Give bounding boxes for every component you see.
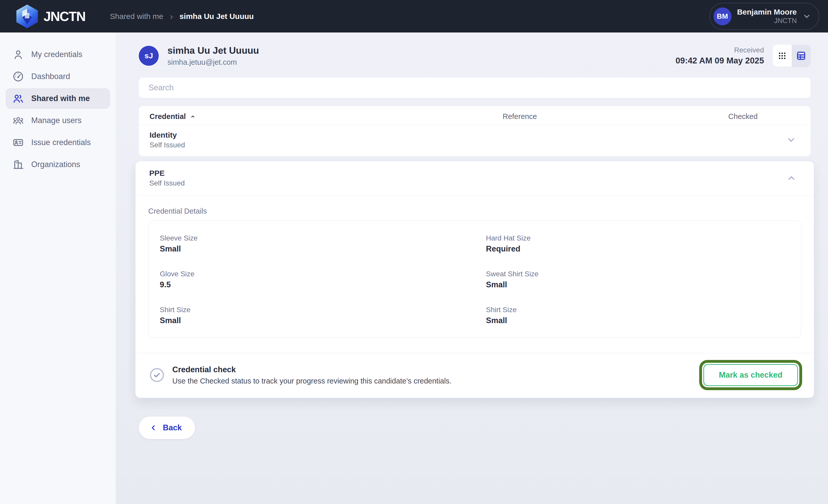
brand-logo[interactable]: JNCTN xyxy=(16,4,85,29)
chevron-up-icon xyxy=(786,173,796,183)
top-bar: JNCTN Shared with me › simha Uu Jet Uuuu… xyxy=(0,0,828,33)
candidate-avatar: sJ xyxy=(139,46,159,66)
check-circle-icon xyxy=(149,367,165,383)
column-header-credential[interactable]: Credential xyxy=(150,112,503,121)
user-org: JNCTN xyxy=(737,17,797,25)
credential-title: Identity xyxy=(150,131,185,139)
received-label: Received xyxy=(676,46,764,54)
people-icon xyxy=(12,93,24,104)
expanded-credential-card: PPE Self Issued Credential Details Sleev… xyxy=(135,161,814,398)
sidebar-item-label: My credentials xyxy=(31,50,82,59)
view-toggle xyxy=(773,45,811,67)
detail-field-shirt-size-2: Shirt Size Small xyxy=(475,306,801,325)
table-view-icon xyxy=(796,50,806,61)
app-root: JNCTN Shared with me › simha Uu Jet Uuuu… xyxy=(0,0,828,504)
table-header: Credential Reference Checked xyxy=(139,106,811,125)
detail-field-glove-size: Glove Size 9.5 xyxy=(149,270,475,289)
credential-title: PPE xyxy=(149,169,185,178)
chevron-left-icon xyxy=(150,424,158,432)
page-title: simha Uu Jet Uuuuu xyxy=(167,45,259,56)
brand-name: JNCTN xyxy=(44,9,85,24)
person-icon xyxy=(12,49,24,60)
gauge-icon xyxy=(12,71,24,82)
back-button[interactable]: Back xyxy=(139,416,195,439)
credential-details-card: Sleeve Size Small Hard Hat Size Required… xyxy=(148,221,801,338)
credential-check-title: Credential check xyxy=(172,365,452,374)
candidate-header: sJ simha Uu Jet Uuuuu simha.jetuu@jet.co… xyxy=(139,45,811,67)
sidebar-item-manage-users[interactable]: Manage users xyxy=(6,110,110,131)
chevron-down-icon xyxy=(786,135,796,145)
sidebar-item-my-credentials[interactable]: My credentials xyxy=(6,44,110,65)
building-icon xyxy=(12,158,24,170)
search-bar xyxy=(139,78,811,98)
back-label: Back xyxy=(163,423,182,432)
credential-check-section: Credential check Use the Checked status … xyxy=(135,353,814,398)
breadcrumb-separator: › xyxy=(170,11,173,21)
sidebar-item-issue-credentials[interactable]: Issue credentials xyxy=(6,132,110,153)
candidate-email: simha.jetuu@jet.com xyxy=(167,58,259,66)
sidebar: My credentials Dashboard Shared with me … xyxy=(0,33,116,504)
breadcrumb-parent-link[interactable]: Shared with me xyxy=(110,12,163,21)
sidebar-item-shared-with-me[interactable]: Shared with me xyxy=(6,88,110,109)
credential-details-label: Credential Details xyxy=(148,207,801,216)
table-row-ppe[interactable]: PPE Self Issued xyxy=(135,161,814,196)
sidebar-item-label: Shared with me xyxy=(31,94,90,103)
sidebar-item-label: Manage users xyxy=(31,116,81,125)
sort-ascending-icon xyxy=(190,114,196,120)
jnctn-hexagon-icon xyxy=(16,4,38,29)
sidebar-item-label: Issue credentials xyxy=(31,138,91,147)
mark-as-checked-button[interactable]: Mark as checked xyxy=(703,364,798,386)
detail-field-shirt-size-1: Shirt Size Small xyxy=(149,306,475,325)
credential-details-section: Credential Details Sleeve Size Small Har… xyxy=(135,196,814,353)
sidebar-item-label: Dashboard xyxy=(31,72,70,81)
id-card-icon xyxy=(12,137,24,148)
table-row-identity[interactable]: Identity Self Issued xyxy=(139,125,811,156)
highlight-ring: Mark as checked xyxy=(699,360,802,390)
user-menu-button[interactable]: BM Benjamin Moore JNCTN xyxy=(709,3,819,30)
credential-check-description: Use the Checked status to track your pro… xyxy=(172,377,452,385)
users-group-icon xyxy=(12,114,24,126)
sidebar-item-label: Organizations xyxy=(31,160,80,169)
chevron-down-icon xyxy=(802,12,811,21)
breadcrumb-current: simha Uu Jet Uuuuu xyxy=(179,12,254,21)
column-header-reference: Reference xyxy=(503,112,728,121)
user-name: Benjamin Moore xyxy=(737,8,797,17)
user-avatar: BM xyxy=(713,7,732,25)
grid-view-icon xyxy=(777,51,787,61)
grid-view-button[interactable] xyxy=(773,45,792,67)
credential-subtitle: Self Issued xyxy=(150,141,185,149)
search-input[interactable] xyxy=(149,83,801,92)
sidebar-item-dashboard[interactable]: Dashboard xyxy=(6,66,110,87)
received-timestamp: 09:42 AM 09 May 2025 xyxy=(676,56,764,65)
table-view-button[interactable] xyxy=(792,45,811,67)
main-content: sJ simha Uu Jet Uuuuu simha.jetuu@jet.co… xyxy=(116,33,828,504)
credential-subtitle: Self Issued xyxy=(149,179,185,187)
detail-field-sweat-shirt-size: Sweat Shirt Size Small xyxy=(475,270,801,289)
detail-field-sleeve-size: Sleeve Size Small xyxy=(149,234,475,254)
breadcrumb: Shared with me › simha Uu Jet Uuuuu xyxy=(110,11,254,21)
sidebar-item-organizations[interactable]: Organizations xyxy=(6,154,110,175)
credentials-table: Credential Reference Checked Identity Se… xyxy=(139,106,811,156)
detail-field-hard-hat-size: Hard Hat Size Required xyxy=(475,234,801,254)
column-header-checked: Checked xyxy=(729,112,800,121)
